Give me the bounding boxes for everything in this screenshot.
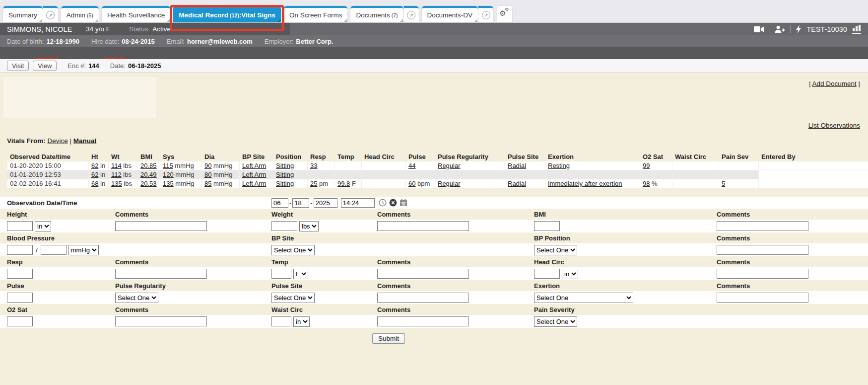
table-cell: 44: [406, 161, 435, 170]
exertion-select[interactable]: Select One: [534, 293, 633, 303]
bmi-value-input[interactable]: [534, 221, 560, 231]
value-link[interactable]: 80: [204, 171, 211, 178]
device-link[interactable]: Device: [48, 137, 68, 145]
value-link[interactable]: 44: [408, 162, 415, 169]
submit-button[interactable]: Submit: [372, 333, 405, 344]
video-camera-icon[interactable]: [754, 26, 764, 33]
temp-comments-input[interactable]: [377, 269, 469, 279]
resp-value-input[interactable]: [7, 269, 33, 279]
o2-sat-comments-input[interactable]: [115, 316, 207, 326]
tab-on-screen-forms[interactable]: On Screen Forms: [284, 6, 348, 22]
bp-site-select[interactable]: Select One: [271, 245, 315, 255]
o2-sat-value-input[interactable]: [7, 316, 33, 326]
date-day-input[interactable]: [292, 198, 309, 208]
date-month-input[interactable]: [271, 198, 288, 208]
value-link[interactable]: 112: [111, 171, 122, 178]
tab-summary[interactable]: Summary: [3, 6, 43, 22]
temp-value-input-unit-select[interactable]: F: [293, 269, 308, 279]
value-link[interactable]: Sitting: [276, 162, 294, 169]
resp-comments-input[interactable]: [115, 269, 207, 279]
manual-link[interactable]: Manual: [73, 137, 97, 145]
waist-circ-value-input-unit-select[interactable]: in: [293, 316, 310, 327]
blood-pressure-input[interactable]: [41, 245, 67, 255]
value-link[interactable]: 68: [91, 180, 98, 187]
waist-circ-value-input[interactable]: [271, 316, 291, 326]
value-link[interactable]: Radial: [508, 162, 526, 169]
bmi-comments-input[interactable]: [717, 221, 808, 231]
value-link[interactable]: 20.49: [140, 171, 157, 178]
waist-circ-comments-input[interactable]: [377, 316, 469, 326]
list-observations-link[interactable]: List Observations: [808, 122, 860, 129]
value-link[interactable]: 25: [310, 180, 317, 187]
value-link[interactable]: 99: [643, 162, 650, 169]
value-link[interactable]: 135: [111, 180, 122, 187]
tab-popout-button[interactable]: ↗: [403, 6, 419, 22]
value-link[interactable]: Left Arm: [242, 180, 266, 187]
value-link[interactable]: 120: [163, 171, 174, 178]
pain-severity-select[interactable]: Select One: [534, 316, 577, 327]
value-link[interactable]: Regular: [438, 180, 461, 187]
bp-position-select[interactable]: Select One: [534, 245, 577, 255]
tab-documents-dv[interactable]: Documents-DV: [422, 6, 478, 22]
value-link[interactable]: 60: [408, 180, 415, 187]
visit-button[interactable]: Visit: [7, 61, 29, 71]
weight-comments-input[interactable]: [377, 221, 469, 231]
clock-icon[interactable]: [379, 199, 387, 207]
value-link[interactable]: Left Arm: [242, 171, 266, 178]
value-link[interactable]: 20.85: [140, 162, 157, 169]
weight-value-input-unit-select[interactable]: lbs: [299, 221, 319, 231]
exertion-comments-input[interactable]: [717, 293, 808, 303]
value-link[interactable]: Sitting: [276, 171, 294, 178]
value-link[interactable]: 99.8: [337, 180, 350, 187]
value-link[interactable]: 20.53: [140, 180, 157, 187]
height-value-input[interactable]: [7, 221, 33, 231]
pulse-value-input[interactable]: [7, 293, 33, 303]
flowsheet-chart-icon[interactable]: [852, 24, 861, 34]
value-link[interactable]: 62: [91, 171, 98, 178]
value-link[interactable]: Sitting: [276, 180, 294, 187]
temp-value-input[interactable]: [271, 269, 291, 279]
view-button[interactable]: View: [33, 61, 57, 71]
head-circ-value-input[interactable]: [534, 269, 560, 279]
value-link[interactable]: 115: [163, 162, 173, 169]
head-circ-value-input-unit-select[interactable]: in: [562, 269, 578, 279]
head-circ-comments-input[interactable]: [717, 269, 808, 279]
tab-documents[interactable]: Documents(7): [350, 6, 403, 22]
table-cell: [672, 161, 719, 170]
value-link[interactable]: Regular: [438, 162, 461, 169]
bp-unit-select[interactable]: mmHg: [68, 245, 99, 255]
value-link[interactable]: Radial: [508, 180, 526, 187]
value-link[interactable]: 62: [91, 162, 98, 169]
pulse-regularity-select[interactable]: Select One: [115, 293, 158, 303]
value-link[interactable]: Resting: [548, 162, 570, 169]
add-document-link[interactable]: Add Document: [812, 80, 856, 87]
value-link[interactable]: Immediately after exertion: [548, 180, 622, 187]
value-link[interactable]: 98: [643, 180, 650, 187]
value-link[interactable]: 114: [111, 162, 122, 169]
value-link[interactable]: 90: [204, 162, 211, 169]
weight-value-input[interactable]: [271, 221, 297, 231]
value-link[interactable]: 5: [722, 180, 725, 187]
pulse-site-select[interactable]: Select One: [271, 293, 315, 303]
time-input[interactable]: [341, 198, 375, 208]
calendar-icon[interactable]: [400, 199, 407, 207]
add-person-icon[interactable]: [774, 25, 785, 33]
value-link[interactable]: Left Arm: [242, 162, 266, 169]
height-comments-input[interactable]: [115, 221, 207, 231]
value-link[interactable]: 85: [204, 180, 211, 187]
tab-admin[interactable]: Admin(5): [61, 6, 99, 22]
settings-gear-button[interactable]: ⚙ ⚙: [497, 6, 512, 22]
value-link[interactable]: 33: [310, 162, 317, 169]
tab-popout-button[interactable]: ↗: [478, 6, 493, 22]
pulse-comments-input[interactable]: [377, 293, 469, 303]
tab-health-surveillance[interactable]: Health Surveillance: [102, 6, 170, 22]
bp-comments-input[interactable]: [717, 245, 808, 255]
tab-popout-button[interactable]: ↗: [43, 6, 58, 22]
tab-medical-record[interactable]: Medical Record(12):Vital Signs: [173, 6, 281, 22]
blood-pressure-input[interactable]: [7, 245, 33, 255]
date-year-input[interactable]: [314, 198, 337, 208]
height-value-input-unit-select[interactable]: in: [35, 221, 51, 231]
clear-date-icon[interactable]: [389, 199, 397, 207]
value-link[interactable]: 135: [163, 180, 174, 187]
lightning-bolt-icon[interactable]: [796, 25, 801, 33]
